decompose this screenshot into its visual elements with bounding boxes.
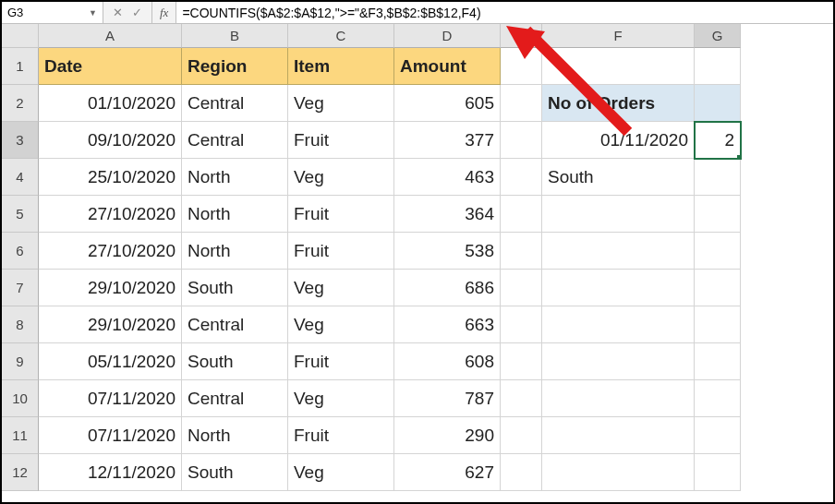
col-head-G[interactable]: G — [695, 24, 741, 48]
row-head-8[interactable]: 8 — [2, 306, 39, 343]
col-head-A[interactable]: A — [39, 24, 182, 48]
header-date[interactable]: Date — [39, 48, 182, 85]
cell-B11[interactable]: North — [182, 417, 288, 454]
cell-E4[interactable] — [501, 159, 542, 196]
cell-G11[interactable] — [695, 417, 741, 454]
cell-F8[interactable] — [542, 306, 695, 343]
header-amount[interactable]: Amount — [394, 48, 501, 85]
header-region[interactable]: Region — [182, 48, 288, 85]
formula-input[interactable] — [176, 2, 833, 23]
cell-C3[interactable]: Fruit — [288, 122, 394, 159]
cell-F4-criteria-region[interactable]: South — [542, 159, 695, 196]
cell-F7[interactable] — [542, 270, 695, 306]
row-head-3[interactable]: 3 — [2, 122, 39, 159]
cell-C9[interactable]: Fruit — [288, 343, 394, 380]
col-head-D[interactable]: D — [394, 24, 501, 48]
row-head-5[interactable]: 5 — [2, 196, 39, 233]
confirm-icon[interactable]: ✓ — [132, 6, 142, 19]
col-head-B[interactable]: B — [182, 24, 288, 48]
cell-A3[interactable]: 09/10/2020 — [39, 122, 182, 159]
cell-A4[interactable]: 25/10/2020 — [39, 159, 182, 196]
cancel-icon[interactable]: ✕ — [113, 6, 123, 19]
row-head-10[interactable]: 10 — [2, 380, 39, 417]
cell-D4[interactable]: 463 — [394, 159, 501, 196]
cell-D11[interactable]: 290 — [394, 417, 501, 454]
cell-F3-criteria-date[interactable]: 01/11/2020 — [542, 122, 695, 159]
cell-G2[interactable] — [695, 85, 741, 122]
cell-D7[interactable]: 686 — [394, 270, 501, 306]
cell-B9[interactable]: South — [182, 343, 288, 380]
cell-D6[interactable]: 538 — [394, 233, 501, 270]
row-head-12[interactable]: 12 — [2, 454, 39, 491]
cell-C6[interactable]: Fruit — [288, 233, 394, 270]
cell-E11[interactable] — [501, 417, 542, 454]
cell-A11[interactable]: 07/11/2020 — [39, 417, 182, 454]
cell-D8[interactable]: 663 — [394, 306, 501, 343]
cell-D9[interactable]: 608 — [394, 343, 501, 380]
cell-E3[interactable] — [501, 122, 542, 159]
col-head-E[interactable]: E — [501, 24, 542, 48]
cell-B8[interactable]: Central — [182, 306, 288, 343]
cell-B2[interactable]: Central — [182, 85, 288, 122]
cell-F11[interactable] — [542, 417, 695, 454]
cell-B4[interactable]: North — [182, 159, 288, 196]
cell-G8[interactable] — [695, 306, 741, 343]
cell-B3[interactable]: Central — [182, 122, 288, 159]
cell-B10[interactable]: Central — [182, 380, 288, 417]
row-head-6[interactable]: 6 — [2, 233, 39, 270]
cell-B6[interactable]: North — [182, 233, 288, 270]
cell-B5[interactable]: North — [182, 196, 288, 233]
cell-E2[interactable] — [501, 85, 542, 122]
cell-A6[interactable]: 27/10/2020 — [39, 233, 182, 270]
cell-E5[interactable] — [501, 196, 542, 233]
cell-C10[interactable]: Veg — [288, 380, 394, 417]
cell-E7[interactable] — [501, 270, 542, 306]
cell-D3[interactable]: 377 — [394, 122, 501, 159]
col-head-F[interactable]: F — [542, 24, 695, 48]
fx-label[interactable]: fx — [152, 2, 176, 23]
cell-G5[interactable] — [695, 196, 741, 233]
cell-G7[interactable] — [695, 270, 741, 306]
cell-C2[interactable]: Veg — [288, 85, 394, 122]
cell-F12[interactable] — [542, 454, 695, 491]
cell-E1[interactable] — [501, 48, 542, 85]
cell-A10[interactable]: 07/11/2020 — [39, 380, 182, 417]
row-head-2[interactable]: 2 — [2, 85, 39, 122]
name-box-dropdown-icon[interactable]: ▼ — [89, 8, 97, 18]
cell-F1[interactable] — [542, 48, 695, 85]
cell-F6[interactable] — [542, 233, 695, 270]
cell-A9[interactable]: 05/11/2020 — [39, 343, 182, 380]
row-head-11[interactable]: 11 — [2, 417, 39, 454]
cell-E12[interactable] — [501, 454, 542, 491]
row-head-1[interactable]: 1 — [2, 48, 39, 85]
cell-A8[interactable]: 29/10/2020 — [39, 306, 182, 343]
select-all-corner[interactable] — [2, 24, 39, 48]
cell-A12[interactable]: 12/11/2020 — [39, 454, 182, 491]
cell-E9[interactable] — [501, 343, 542, 380]
cell-E8[interactable] — [501, 306, 542, 343]
cell-G4[interactable] — [695, 159, 741, 196]
cell-D5[interactable]: 364 — [394, 196, 501, 233]
cell-D2[interactable]: 605 — [394, 85, 501, 122]
header-item[interactable]: Item — [288, 48, 394, 85]
cell-C12[interactable]: Veg — [288, 454, 394, 491]
row-head-4[interactable]: 4 — [2, 159, 39, 196]
cell-C7[interactable]: Veg — [288, 270, 394, 306]
cell-C8[interactable]: Veg — [288, 306, 394, 343]
cell-G10[interactable] — [695, 380, 741, 417]
cell-A2[interactable]: 01/10/2020 — [39, 85, 182, 122]
cell-C11[interactable]: Fruit — [288, 417, 394, 454]
cell-G3-result[interactable]: 2 — [695, 122, 741, 159]
cell-G6[interactable] — [695, 233, 741, 270]
cell-E10[interactable] — [501, 380, 542, 417]
name-box[interactable]: G3 ▼ — [2, 2, 103, 23]
cell-G12[interactable] — [695, 454, 741, 491]
row-head-7[interactable]: 7 — [2, 270, 39, 306]
cell-D10[interactable]: 787 — [394, 380, 501, 417]
cell-E6[interactable] — [501, 233, 542, 270]
cell-F5[interactable] — [542, 196, 695, 233]
cell-G1[interactable] — [695, 48, 741, 85]
col-head-C[interactable]: C — [288, 24, 394, 48]
cell-B7[interactable]: South — [182, 270, 288, 306]
cell-F2-no-of-orders[interactable]: No of Orders — [542, 85, 695, 122]
